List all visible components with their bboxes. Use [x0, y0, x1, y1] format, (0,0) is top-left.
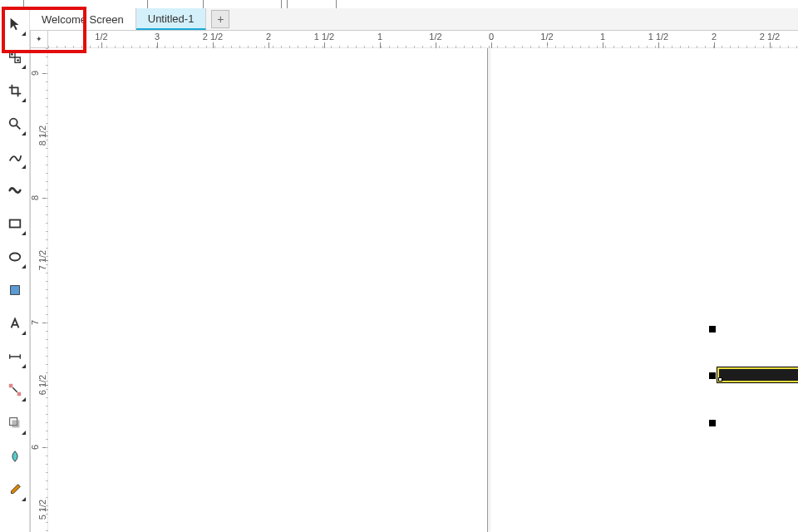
ruler-tick-label: 2 1/2 [760, 32, 780, 42]
eyedropper-icon [7, 482, 22, 500]
svg-rect-7 [17, 392, 21, 396]
flyout-indicator-icon [22, 131, 26, 135]
horizontal-ruler[interactable]: 1/232 1/221 1/211/201/211 1/222 1/2 [48, 30, 798, 48]
svg-rect-6 [8, 383, 12, 387]
document-tabs: Welcome Screen Untitled-1 + [30, 8, 798, 30]
connector-icon [7, 382, 22, 400]
ruler-tick-label: 1 1/2 [314, 32, 334, 42]
transparency-icon [7, 449, 22, 466]
flyout-indicator-icon [22, 231, 26, 235]
flyout-indicator-icon [22, 364, 26, 368]
ruler-tick-label: 1 [600, 32, 605, 42]
toolbox [0, 8, 30, 532]
vertical-ruler[interactable]: 98 1/287 1/276 1/265 1/2 [30, 48, 48, 532]
crop-icon [7, 83, 22, 101]
flyout-indicator-icon [22, 431, 26, 435]
ellipse-tool[interactable] [3, 246, 27, 269]
freehand-tool[interactable] [3, 146, 27, 170]
shape-tool[interactable] [3, 47, 27, 70]
zoom-icon [7, 116, 22, 134]
svg-point-2 [9, 118, 17, 126]
property-bar [0, 0, 798, 8]
rectangle-tool[interactable] [3, 213, 27, 236]
flyout-indicator-icon [22, 397, 26, 401]
shadow-icon [7, 416, 22, 433]
ruler-tick-label: 6 [30, 445, 40, 450]
add-tab-button[interactable]: + [211, 10, 229, 28]
ruler-tick-label: 2 [712, 32, 717, 42]
freehand-icon [7, 150, 22, 167]
pick-tool[interactable] [3, 13, 27, 37]
ruler-tick-label: 1/2 [429, 32, 441, 42]
text-icon [7, 316, 22, 333]
ruler-tick-label: 1 1/2 [648, 32, 668, 42]
flyout-indicator-icon [22, 165, 26, 169]
svg-rect-3 [9, 219, 20, 227]
page-boundary [487, 48, 488, 532]
polygon-tool[interactable] [3, 279, 27, 303]
pick-icon [7, 17, 22, 34]
artistic-icon [7, 183, 22, 200]
flyout-indicator-icon [22, 65, 26, 69]
svg-point-0 [11, 53, 13, 56]
selection-handle-middle-left[interactable] [709, 372, 716, 379]
ruler-tick-label: 1/2 [540, 32, 553, 42]
drop-shadow-tool[interactable] [3, 412, 27, 436]
dimension-icon [7, 349, 22, 367]
ruler-tick-label: 8 [30, 195, 40, 200]
flyout-indicator-icon [22, 331, 26, 335]
ruler-tick-label: 7 [30, 320, 40, 325]
polygon-icon [7, 283, 22, 300]
flyout-indicator-icon [22, 497, 26, 501]
connector-tool[interactable] [3, 379, 27, 402]
shape-icon [7, 50, 22, 67]
selection-handle-bottom[interactable] [709, 420, 716, 426]
text-tool[interactable] [3, 313, 27, 336]
tab-untitled-1[interactable]: Untitled-1 [136, 8, 207, 30]
flyout-indicator-icon [22, 98, 26, 102]
ruler-tick-label: 1 [377, 32, 382, 42]
svg-point-1 [17, 59, 19, 62]
ellipse-icon [7, 249, 22, 267]
transparency-tool[interactable] [3, 446, 27, 469]
flyout-indicator-icon [22, 32, 26, 36]
rect-icon [7, 216, 22, 234]
ruler-origin[interactable] [30, 30, 48, 48]
ruler-tick-label: 3 [155, 32, 160, 42]
tab-welcome-screen[interactable]: Welcome Screen [30, 8, 136, 30]
dimension-tool[interactable] [3, 346, 27, 369]
selected-rectangle-object[interactable] [717, 367, 798, 382]
svg-point-4 [9, 253, 20, 260]
drawing-canvas[interactable] [48, 48, 798, 532]
artistic-media-tool[interactable] [3, 180, 27, 203]
ruler-tick-label: 1/2 [95, 32, 107, 42]
ruler-tick-label: 2 [266, 32, 271, 42]
crop-tool[interactable] [3, 80, 27, 103]
svg-rect-5 [10, 285, 19, 294]
ruler-tick-label: 9 [30, 71, 40, 76]
flyout-indicator-icon [22, 264, 26, 268]
object-anchor[interactable] [718, 377, 722, 382]
zoom-tool[interactable] [3, 113, 27, 136]
ruler-tick-label: 2 1/2 [203, 32, 223, 42]
eyedropper-tool[interactable] [3, 479, 27, 502]
svg-rect-9 [12, 420, 19, 427]
selection-handle-top[interactable] [709, 326, 716, 332]
ruler-tick-label: 0 [489, 32, 494, 42]
